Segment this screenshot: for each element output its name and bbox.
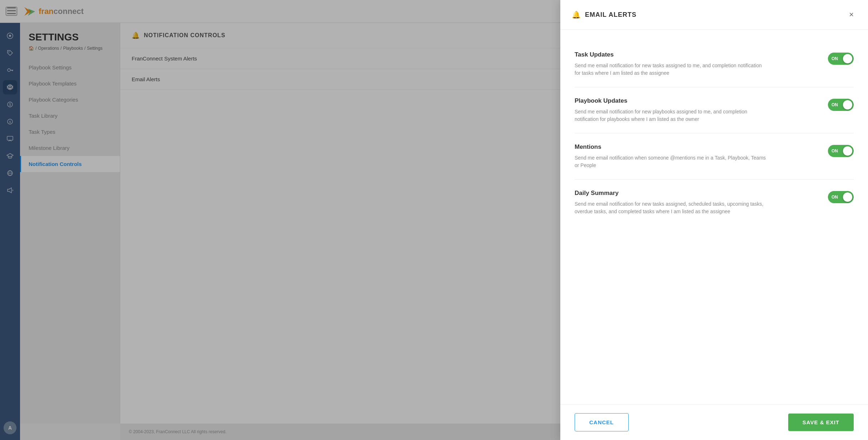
toggle-playbook-updates[interactable]: ON xyxy=(828,99,854,111)
toggle-task-updates[interactable]: ON xyxy=(828,53,854,65)
toggle-knob-mentions xyxy=(843,146,852,156)
panel-bell-icon: 🔔 xyxy=(572,10,581,19)
cancel-button[interactable]: CANCEL xyxy=(575,413,629,431)
toggle-label-task-updates: Task Updates xyxy=(575,51,816,58)
toggle-info-playbook-updates: Playbook Updates Send me email notificat… xyxy=(575,97,816,123)
toggle-row-mentions: Mentions Send me email notification when… xyxy=(575,133,854,180)
close-button[interactable]: × xyxy=(846,9,857,21)
toggle-desc-daily-summary: Send me email notification for new tasks… xyxy=(575,200,768,215)
toggle-label-playbook-updates: Playbook Updates xyxy=(575,97,816,104)
save-exit-button[interactable]: SAVE & EXIT xyxy=(788,414,854,431)
toggle-label-daily-summary: Daily Summary xyxy=(575,190,816,197)
toggle-knob-playbook-updates xyxy=(843,100,852,109)
toggle-label-mentions: Mentions xyxy=(575,143,816,151)
toggle-switch-playbook-updates[interactable]: ON xyxy=(828,99,854,111)
panel-title: EMAIL ALERTS xyxy=(585,11,842,19)
panel-body: Task Updates Send me email notification … xyxy=(560,30,868,404)
toggle-desc-playbook-updates: Send me email notification for new playb… xyxy=(575,108,768,123)
toggle-switch-daily-summary[interactable]: ON xyxy=(828,191,854,203)
toggle-info-mentions: Mentions Send me email notification when… xyxy=(575,143,816,169)
toggle-row-playbook-updates: Playbook Updates Send me email notificat… xyxy=(575,87,854,133)
toggle-switch-mentions[interactable]: ON xyxy=(828,145,854,157)
panel-footer: CANCEL SAVE & EXIT xyxy=(560,404,868,440)
toggle-desc-task-updates: Send me email notification for new tasks… xyxy=(575,62,768,77)
toggle-row-task-updates: Task Updates Send me email notification … xyxy=(575,41,854,87)
toggle-desc-mentions: Send me email notification when someone … xyxy=(575,154,768,169)
panel-header: 🔔 EMAIL ALERTS × xyxy=(560,0,868,30)
toggle-knob-task-updates xyxy=(843,54,852,63)
toggle-mentions[interactable]: ON xyxy=(828,145,854,157)
email-alerts-panel: 🔔 EMAIL ALERTS × Task Updates Send me em… xyxy=(560,0,868,440)
toggle-row-daily-summary: Daily Summary Send me email notification… xyxy=(575,180,854,225)
toggle-knob-daily-summary xyxy=(843,192,852,202)
toggle-daily-summary[interactable]: ON xyxy=(828,191,854,203)
toggle-info-daily-summary: Daily Summary Send me email notification… xyxy=(575,190,816,215)
toggle-switch-task-updates[interactable]: ON xyxy=(828,53,854,65)
toggle-info-task-updates: Task Updates Send me email notification … xyxy=(575,51,816,77)
